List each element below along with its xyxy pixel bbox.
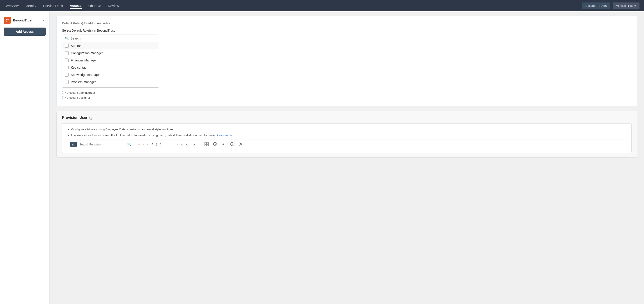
- svg-rect-2: [6, 21, 7, 22]
- sidebar-brand-name: BeyondTrust: [13, 19, 32, 22]
- sidebar-more-icon[interactable]: ⋮: [42, 18, 46, 23]
- top-navigation: Overview Identity Service Desk Access Ob…: [0, 0, 644, 11]
- remove-account-admin-icon[interactable]: −: [62, 91, 66, 94]
- nav-item-access[interactable]: Access: [70, 3, 82, 9]
- svg-rect-4: [207, 142, 208, 144]
- checkbox-auditor[interactable]: [65, 44, 68, 48]
- dropdown-item-config-manager[interactable]: Configuration manager: [62, 50, 159, 57]
- add-access-button[interactable]: Add Access: [4, 28, 46, 36]
- selected-label-account-admin: Account adminstrator: [68, 91, 95, 94]
- sidebar-header: BeyondTrust ⋮: [0, 15, 50, 28]
- search-function-input[interactable]: [79, 143, 124, 146]
- toolbar-clock-icon[interactable]: [212, 142, 218, 147]
- svg-rect-0: [6, 19, 7, 20]
- dropdown-item-project-manager[interactable]: Project manager: [62, 86, 159, 87]
- toolbar-grid-icon[interactable]: [204, 142, 210, 147]
- provision-user-header: Provision User ?: [62, 116, 632, 120]
- item-label-key-contact: Key contact: [71, 66, 87, 69]
- provision-info-box: Configure attributes using Employee Data…: [62, 123, 632, 153]
- nav-item-review[interactable]: Review: [108, 3, 119, 9]
- dropdown-list: Auditor Configuration manager Financial …: [62, 42, 159, 87]
- toolbar-info-icon[interactable]: [229, 142, 235, 147]
- roles-dropdown: 🔍 Auditor Configuration manager Financia: [62, 35, 159, 88]
- roles-search-input[interactable]: [70, 37, 156, 40]
- item-label-config-manager: Configuration manager: [71, 51, 103, 55]
- toolbar-btn-equals[interactable]: =: [164, 142, 167, 147]
- provision-info-list: Configure attributes using Employee Data…: [67, 127, 627, 137]
- svg-rect-6: [207, 144, 208, 146]
- search-icon: 🔍: [65, 37, 69, 40]
- formula-toolbar: fx 🔍 + - * / ( ) = != > <: [67, 139, 627, 149]
- dropdown-search-row: 🔍: [62, 35, 159, 42]
- svg-text:A: A: [222, 142, 224, 146]
- nav-item-service-desk[interactable]: Service Desk: [43, 3, 63, 9]
- toolbar-btn-multiply[interactable]: *: [146, 142, 150, 147]
- svg-point-14: [240, 143, 242, 145]
- info-item-1: Configure attributes using Employee Data…: [71, 127, 627, 132]
- info-item-2: Use excel-style functions from the toolb…: [71, 133, 627, 137]
- info-text-1: Configure attributes using Employee Data…: [71, 128, 173, 131]
- nav-item-identity[interactable]: Identity: [26, 3, 36, 9]
- checkbox-config-manager[interactable]: [65, 51, 68, 55]
- selected-item-account-designer: − Account designer: [62, 96, 632, 99]
- nav-item-overview[interactable]: Overview: [4, 3, 19, 9]
- toolbar-btn-plus[interactable]: +: [137, 142, 141, 147]
- checkbox-financial-manager[interactable]: [65, 59, 68, 62]
- main-content: Default Role(s) to add to rest roles Sel…: [50, 11, 644, 304]
- selected-items-list: − Account adminstrator − Account designe…: [62, 91, 632, 99]
- toolbar-btn-not-equals[interactable]: !=: [169, 142, 174, 147]
- provision-user-title: Provision User: [62, 116, 88, 120]
- checkbox-problem-manager[interactable]: [65, 80, 68, 84]
- item-label-financial-manager: Financial Manager: [71, 59, 97, 62]
- checkbox-key-contact[interactable]: [65, 66, 68, 69]
- dropdown-item-key-contact[interactable]: Key contact: [62, 64, 159, 71]
- info-text-2: Use excel-style functions from the toolb…: [71, 133, 215, 137]
- toolbar-btn-less-equal[interactable]: <=: [185, 142, 191, 147]
- toolbar-divider-2: [201, 142, 201, 147]
- fx-badge: fx: [70, 142, 77, 147]
- app-layout: BeyondTrust ⋮ Add Access Default Role(s)…: [0, 11, 644, 304]
- toolbar-btn-greater[interactable]: >: [175, 142, 178, 147]
- select-label: Select Default Role(s) in BeyondTrust: [62, 29, 632, 32]
- svg-rect-5: [205, 144, 206, 146]
- default-roles-card: Default Role(s) to add to rest roles Sel…: [56, 16, 637, 106]
- dropdown-item-auditor[interactable]: Auditor: [62, 42, 159, 50]
- svg-rect-3: [205, 142, 206, 144]
- svg-point-13: [232, 143, 232, 144]
- selected-label-account-designer: Account designer: [68, 96, 90, 99]
- provision-help-icon[interactable]: ?: [89, 116, 93, 120]
- dropdown-item-financial-manager[interactable]: Financial Manager: [62, 57, 159, 64]
- item-label-auditor: Auditor: [71, 44, 81, 48]
- section-title: Default Role(s) to add to rest roles: [62, 22, 632, 25]
- toolbar-btn-open-paren[interactable]: (: [155, 142, 158, 147]
- toolbar-btn-close-paren[interactable]: ): [159, 142, 162, 147]
- nav-items: Overview Identity Service Desk Access Ob…: [4, 3, 582, 9]
- toolbar-text-icon[interactable]: A: [221, 142, 226, 147]
- toolbar-btn-less[interactable]: <: [180, 142, 184, 147]
- toolbar-search-icon[interactable]: 🔍: [127, 142, 132, 146]
- toolbar-btn-divide[interactable]: /: [151, 142, 154, 147]
- item-label-knowledge-manager: Knowledge manager: [71, 73, 100, 77]
- dropdown-item-knowledge-manager[interactable]: Knowledge manager: [62, 71, 159, 78]
- toolbar-btn-greater-equal[interactable]: >=: [192, 142, 198, 147]
- provision-user-section: Provision User ? Configure attributes us…: [56, 111, 637, 158]
- version-history-button[interactable]: Version History: [613, 3, 640, 9]
- toolbar-divider-1: [134, 142, 134, 147]
- nav-right-buttons: Upload HR Data Version History: [582, 3, 640, 9]
- upload-hr-data-button[interactable]: Upload HR Data: [582, 3, 610, 9]
- sidebar-logo: BeyondTrust: [4, 17, 32, 24]
- toolbar-settings-icon[interactable]: [238, 142, 244, 147]
- learn-more-link[interactable]: Learn more: [217, 133, 232, 137]
- toolbar-operator-buttons: + - * / ( ) = != > < <= >=: [137, 142, 198, 147]
- sidebar: BeyondTrust ⋮ Add Access: [0, 11, 50, 304]
- nav-item-observe[interactable]: Observe: [88, 3, 101, 9]
- dropdown-item-problem-manager[interactable]: Problem manager: [62, 78, 159, 86]
- svg-line-9: [215, 144, 216, 144]
- toolbar-btn-minus[interactable]: -: [142, 142, 145, 147]
- checkbox-knowledge-manager[interactable]: [65, 73, 68, 77]
- item-label-problem-manager: Problem manager: [71, 80, 96, 84]
- brand-logo-icon: [4, 17, 11, 24]
- selected-item-account-admin: − Account adminstrator: [62, 91, 632, 94]
- svg-rect-1: [8, 19, 9, 20]
- remove-account-designer-icon[interactable]: −: [62, 96, 66, 99]
